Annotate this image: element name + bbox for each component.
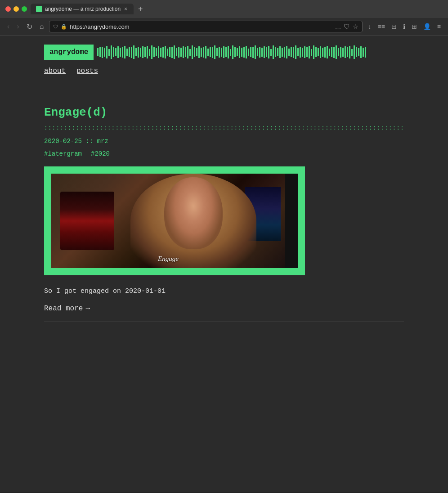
tab-title: angrydome — a mrz production — [45, 6, 121, 12]
menu-icon[interactable]: ≡ — [435, 22, 443, 31]
address-bar[interactable]: 🛡 🔒 https://angrydome.com … 🛡 ☆ — [49, 21, 363, 32]
info-icon[interactable]: ℹ — [401, 22, 407, 31]
post-tag-2020: #2020 — [91, 150, 110, 157]
read-more-arrow: → — [85, 305, 90, 313]
header-bar — [120, 48, 121, 57]
forward-button[interactable]: › — [15, 22, 21, 31]
header-bar — [340, 47, 341, 58]
header-bar — [239, 46, 240, 58]
new-tab-button[interactable]: + — [135, 4, 146, 14]
site-nav: about posts — [44, 67, 404, 79]
header-bar — [297, 48, 299, 56]
header-bar — [237, 48, 238, 56]
header-bar — [243, 47, 245, 58]
read-more-link[interactable]: Read more → — [44, 305, 90, 313]
header-bar — [117, 46, 119, 58]
header-bar — [189, 49, 191, 56]
post-image-placeholder: Engage — [51, 174, 285, 268]
header-bar — [255, 45, 256, 59]
header-bar — [158, 46, 159, 58]
header-bar — [282, 48, 283, 57]
header-bar — [315, 47, 317, 57]
read-more-text: Read more — [44, 305, 83, 313]
window-controls — [5, 6, 27, 12]
header-bar — [331, 47, 332, 57]
header-bar — [194, 47, 195, 57]
header-bar — [365, 47, 366, 58]
header-bar — [124, 46, 125, 58]
tab-close-button[interactable]: × — [123, 6, 128, 12]
tab-favicon — [36, 6, 42, 12]
header-bar — [115, 48, 116, 56]
header-bar — [102, 47, 103, 58]
sidebar-icon[interactable]: ⊟ — [390, 22, 399, 31]
header-bar — [313, 45, 314, 59]
window-minimize-button[interactable] — [13, 6, 19, 12]
header-bar — [306, 47, 308, 57]
header-bar — [261, 48, 263, 57]
header-bar — [196, 48, 197, 56]
home-button[interactable]: ⌂ — [38, 22, 46, 31]
header-bar — [275, 47, 276, 57]
header-bar — [349, 46, 350, 58]
header-bar — [241, 48, 242, 57]
url-text: https://angrydome.com — [70, 23, 332, 30]
site-container: angrydome about posts Engage(d) ::::::::… — [31, 36, 417, 340]
download-icon[interactable]: ↓ — [366, 22, 373, 31]
website-content: angrydome about posts Engage(d) ::::::::… — [0, 36, 448, 493]
library-icon[interactable]: ≡≡ — [376, 22, 386, 31]
window-close-button[interactable] — [5, 6, 11, 12]
header-bar — [273, 45, 274, 59]
header-bar — [259, 47, 260, 58]
header-bar — [329, 49, 330, 56]
header-bar — [358, 48, 359, 56]
header-bar — [246, 46, 247, 58]
header-bar — [356, 47, 357, 57]
header-bar — [232, 45, 233, 59]
header-bar — [252, 47, 254, 58]
active-tab[interactable]: angrydome — a mrz production × — [31, 4, 134, 14]
header-bar — [324, 47, 326, 58]
header-bar — [144, 47, 146, 57]
post-meta: 2020-02-25 :: mrz — [44, 138, 404, 145]
nav-about[interactable]: about — [44, 67, 66, 75]
header-bar — [338, 48, 339, 56]
header-bar — [248, 49, 249, 56]
header-bar — [205, 46, 206, 58]
header-bar — [295, 45, 296, 59]
header-bar — [133, 45, 134, 59]
header-bar — [149, 49, 150, 56]
back-button[interactable]: ‹ — [5, 22, 11, 31]
header-bar — [169, 47, 170, 57]
header-bar — [279, 46, 281, 58]
header-bar — [284, 47, 285, 58]
header-bar — [234, 47, 236, 57]
post-title: Engage(d) — [44, 106, 404, 119]
header-bar — [147, 46, 148, 58]
header-bar — [111, 45, 112, 59]
header-bar — [322, 48, 323, 57]
header-bar — [223, 46, 224, 58]
header-bar — [183, 46, 184, 58]
header-bar — [268, 46, 269, 58]
window-maximize-button[interactable] — [22, 6, 27, 12]
nav-posts[interactable]: posts — [76, 67, 98, 75]
reload-button[interactable]: ↻ — [25, 22, 34, 32]
header-bar — [106, 46, 108, 58]
account-icon[interactable]: 👤 — [421, 22, 433, 31]
post-body: So I got engaged on 2020-01-01 — [44, 286, 404, 297]
header-bar — [198, 46, 200, 58]
header-bar — [320, 46, 321, 58]
header-bar — [360, 46, 362, 58]
header-bar — [162, 47, 164, 58]
star-icon: ☆ — [353, 23, 358, 30]
header-bar — [327, 46, 328, 58]
header-bar — [291, 47, 292, 57]
header-bar — [165, 46, 166, 58]
shield-icon: 🛡 — [344, 23, 350, 30]
overflow-icon: … — [335, 23, 341, 30]
header-bar — [288, 49, 290, 56]
tabs-icon[interactable]: ⊞ — [410, 22, 419, 31]
header-bar — [151, 45, 152, 59]
header-bar — [167, 49, 168, 56]
